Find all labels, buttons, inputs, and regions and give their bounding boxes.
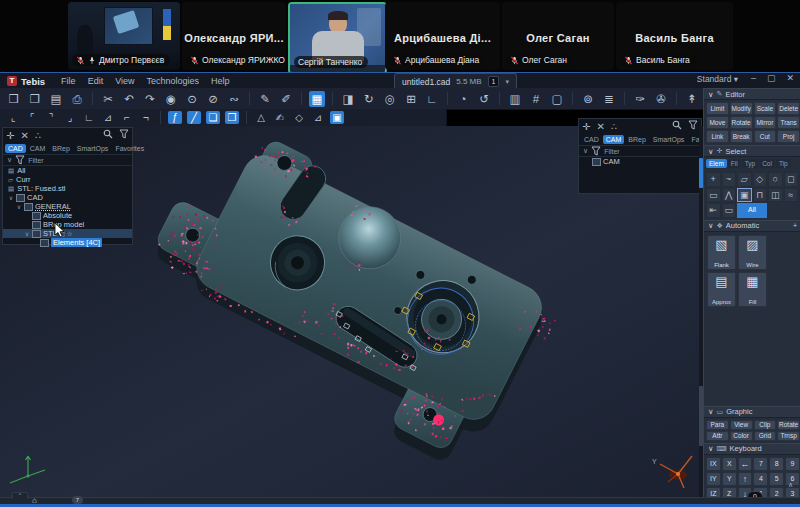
tree-caret-icon[interactable]: ∨ xyxy=(16,203,22,210)
active-plane-icon[interactable]: ▣ xyxy=(330,111,344,124)
key-IX[interactable]: IX xyxy=(706,457,721,471)
proj-button[interactable]: Proj xyxy=(777,130,800,143)
corner-tl-icon[interactable]: ⌜ xyxy=(25,111,39,124)
shade-view-icon[interactable]: ◨ xyxy=(340,91,356,107)
trans-button[interactable]: Trans xyxy=(777,116,800,129)
select-chain-icon[interactable]: ⋀ xyxy=(722,188,737,203)
plane-b-icon[interactable]: ❐ xyxy=(225,111,239,124)
line-icon[interactable]: ╱ xyxy=(187,111,201,124)
select-tab-fil[interactable]: Fil xyxy=(728,159,741,168)
tree-row-cad[interactable]: ∨CAD xyxy=(3,193,132,202)
add-icon[interactable]: + xyxy=(793,222,797,229)
select-solid-icon[interactable]: ▣ xyxy=(737,188,752,203)
rotate-button[interactable]: Rotate xyxy=(730,116,753,129)
tree-row-cam[interactable]: CAM xyxy=(579,157,701,166)
video-tile-4[interactable]: Арцибашева Ді...Арцибашева Діана xyxy=(385,2,500,70)
document-tab[interactable]: untitled1.cad 5.5 MB 1 ▾ xyxy=(394,73,517,89)
tab-cam[interactable]: CAM xyxy=(27,144,49,153)
delete-structure-icon[interactable]: ✕ xyxy=(596,121,604,132)
tree-row-absolute[interactable]: Absolute xyxy=(3,211,132,220)
tree-row-general[interactable]: ∨GENERAL xyxy=(3,202,132,211)
fill-button[interactable]: ▦Fill xyxy=(738,272,767,307)
open-file-icon[interactable]: ❒ xyxy=(6,91,22,107)
rotate-view-icon[interactable]: ↺ xyxy=(476,91,492,107)
video-tile-2[interactable]: Олександр ЯРИ...Олександр ЯРИЖКО Х... xyxy=(182,2,286,70)
triangle-icon[interactable]: ⊿ xyxy=(101,111,115,124)
select-limit-icon[interactable]: ⇤ xyxy=(706,203,721,218)
grid-button[interactable]: Grid xyxy=(754,431,777,441)
tool-icon[interactable]: ✇ xyxy=(653,91,669,107)
move-structure-icon[interactable]: ✛ xyxy=(6,130,14,141)
tab-cam[interactable]: CAM xyxy=(603,135,625,144)
menu-view[interactable]: View xyxy=(115,76,134,86)
menu-help[interactable]: Help xyxy=(211,76,230,86)
flank-button[interactable]: ▧Flank xyxy=(707,235,736,270)
axis-view-icon[interactable]: ∟ xyxy=(424,91,440,107)
trnsp-button[interactable]: Trnsp xyxy=(777,431,800,441)
color-button[interactable]: Color xyxy=(730,431,753,441)
select-tab-tip[interactable]: Tip xyxy=(776,159,791,168)
limit-button[interactable]: Limit xyxy=(706,102,729,115)
tab-brep[interactable]: BRep xyxy=(49,144,73,153)
key-IY[interactable]: IY xyxy=(706,472,721,486)
grid-icon[interactable]: # xyxy=(528,91,544,107)
print-icon[interactable]: ⎙ xyxy=(69,91,85,107)
para-button[interactable]: Para xyxy=(706,420,729,430)
video-tile-5[interactable]: Олег СаганОлег Саган xyxy=(502,2,614,70)
section-header-keyboard[interactable]: ∨⌨Keyboard xyxy=(704,443,800,455)
keyboard-collapse-icon[interactable]: ∧ xyxy=(788,481,793,489)
section-header-graphic[interactable]: ∨▭Graphic xyxy=(704,406,800,418)
layer-manager-icon[interactable]: ▦ xyxy=(309,91,325,107)
wire-button[interactable]: ▨Wire xyxy=(738,235,767,270)
key-↑[interactable]: ↑ xyxy=(738,472,753,486)
tab-smartops[interactable]: SmartOps xyxy=(74,144,112,153)
copy-window-icon[interactable]: ❐ xyxy=(27,91,43,107)
minimize-button[interactable]: – xyxy=(751,73,756,83)
cut-button[interactable]: Cut xyxy=(754,130,777,143)
pen-icon[interactable]: ✐ xyxy=(278,91,294,107)
select-surface-icon[interactable]: ▱ xyxy=(737,172,752,187)
key-5[interactable]: 5 xyxy=(769,472,784,486)
tree-caret-icon[interactable]: ∨ xyxy=(24,230,30,237)
tree-row-stl[interactable]: ∨STL▢ ☆ xyxy=(3,229,132,238)
tab-cad[interactable]: CAD xyxy=(5,144,26,153)
key-←[interactable]: ← xyxy=(738,457,753,471)
filter-funnel-icon[interactable] xyxy=(688,120,698,132)
diamond-select-icon[interactable]: ◇ xyxy=(292,111,306,124)
search-icon[interactable] xyxy=(672,120,682,132)
save-icon[interactable]: ▤ xyxy=(48,91,64,107)
section-header-editor[interactable]: ∨✎Editor xyxy=(704,88,800,100)
redo-icon[interactable]: ↷ xyxy=(142,91,158,107)
disable-icon[interactable]: ⊘ xyxy=(205,91,221,107)
preset-selector[interactable]: Standard ▾ xyxy=(697,74,738,84)
section-header-automatic[interactable]: ∨❖Automatic+ xyxy=(704,220,800,232)
select-pair-icon[interactable]: ◫ xyxy=(768,188,783,203)
view-button[interactable]: View xyxy=(730,420,753,430)
menu-edit[interactable]: Edit xyxy=(88,76,104,86)
panel-icon[interactable]: ▢ xyxy=(549,91,565,107)
tree-caret-icon[interactable]: ∨ xyxy=(8,194,14,201)
key-8[interactable]: 8 xyxy=(769,457,784,471)
refresh-view-icon[interactable]: ↻ xyxy=(361,91,377,107)
edge-icon[interactable]: ⌐ xyxy=(120,111,134,124)
select-tab-elem[interactable]: Elem xyxy=(706,159,727,168)
rotate-button[interactable]: Rotate xyxy=(777,420,800,430)
key-X[interactable]: X xyxy=(722,457,737,471)
timer-icon[interactable]: ◔ xyxy=(455,91,471,107)
select-curve-icon[interactable]: ~ xyxy=(722,172,737,187)
mirror-button[interactable]: Mirror xyxy=(754,116,777,129)
edge2-icon[interactable]: ¬ xyxy=(139,111,153,124)
stack-icon[interactable]: ≣ xyxy=(601,91,617,107)
video-tile-1[interactable]: Дмитро Первєєв xyxy=(68,2,180,70)
video-tile-3[interactable]: Сергій Танченко xyxy=(288,2,387,74)
angle-icon[interactable]: ∟ xyxy=(82,111,96,124)
sketch-icon[interactable]: ✍ xyxy=(273,111,287,124)
viewport-scrollbar[interactable] xyxy=(699,126,703,497)
select-circle-icon[interactable]: ○ xyxy=(768,172,783,187)
select-tab-typ[interactable]: Typ xyxy=(742,159,758,168)
eye-icon[interactable]: ⊚ xyxy=(580,91,596,107)
close-button[interactable]: ✕ xyxy=(786,73,794,83)
corner-br-icon[interactable]: ⌟ xyxy=(63,111,77,124)
menu-technologies[interactable]: Technologies xyxy=(147,76,200,86)
list-item[interactable]: ▱Curr xyxy=(3,175,132,184)
